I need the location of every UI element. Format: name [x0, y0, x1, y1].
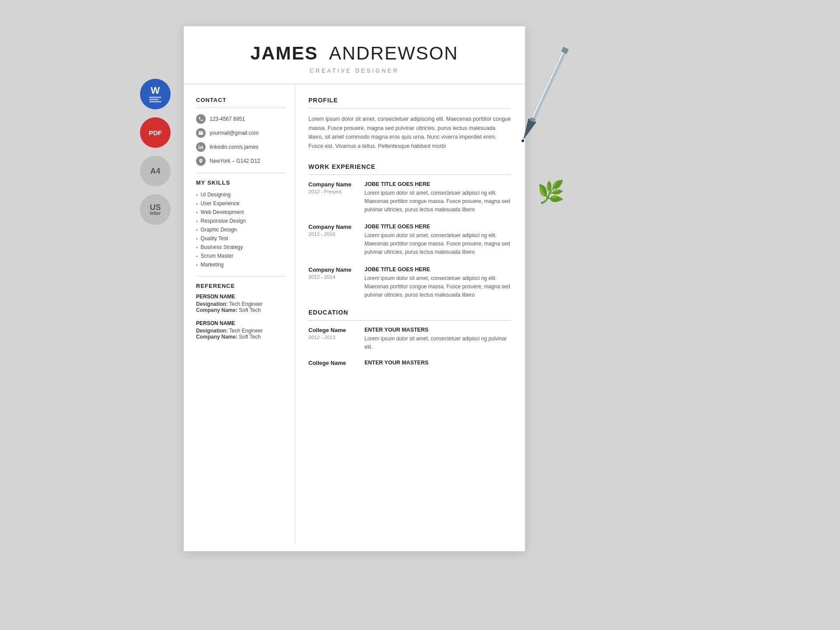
work-dates-2: 2012 - 2016 [308, 231, 357, 237]
left-icons: W PDF A4 US letter [140, 26, 171, 225]
a4-label: A4 [150, 167, 160, 176]
work-meta-2: Company Name 2012 - 2016 [308, 224, 357, 257]
reference-2-company: Company Name: Soft Tech [196, 334, 285, 340]
work-company-2: Company Name [308, 224, 357, 230]
skills-top-divider [196, 173, 285, 173]
work-meta-1: Company Name 2012 - Present [308, 181, 357, 214]
reference-1: PERSON NAME Designation: Tech Engineer C… [196, 294, 285, 313]
skills-list: UI Designing User Experience Web Develop… [196, 190, 285, 269]
linkedin-value: linkedin.com/s.james [210, 144, 258, 150]
reference-1-company: Company Name: Soft Tech [196, 307, 285, 313]
first-name: JAMES [250, 43, 318, 63]
profile-text: Lorem ipsum dolor sit amet, consectetuer… [308, 115, 511, 151]
reference-1-designation: Designation: Tech Engineer [196, 301, 285, 307]
resume-header: JAMES ANDREWSON CREATIVE DESIGNER [184, 26, 525, 84]
edu-entry-1: College Name 2012 - 2013 ENTER YOUR MAST… [308, 327, 511, 351]
reference-2-designation: Designation: Tech Engineer [196, 328, 285, 334]
edu-school-2: College Name [308, 360, 357, 366]
work-divider [308, 175, 511, 175]
work-company-1: Company Name [308, 181, 357, 188]
work-jobtitle-3: JOBE TITLE GOES HERE [364, 266, 511, 273]
work-entry-3: Company Name 2012 - 2014 JOBE TITLE GOES… [308, 266, 511, 300]
work-company-3: Company Name [308, 266, 357, 273]
reference-2-name: PERSON NAME [196, 320, 285, 326]
candidate-title: CREATIVE DESIGNER [201, 67, 508, 74]
contact-section-title: CONTACT [196, 97, 285, 103]
us-label: US [150, 203, 161, 211]
work-content-2: JOBE TITLE GOES HERE Lorem ipsum dolor s… [364, 224, 511, 257]
resume-left-column: CONTACT 123-4567 8951 yourmail@gmail.com [184, 84, 295, 544]
svg-rect-2 [531, 49, 565, 119]
work-desc-1: Lorem ipsum dolor sit amet, consectetuer… [364, 189, 511, 214]
candidate-name: JAMES ANDREWSON [201, 43, 508, 64]
education-divider [308, 320, 511, 321]
work-desc-2: Lorem ipsum dolor sit amet, consectetuer… [364, 231, 511, 257]
contact-location: NewYork – G142 D12 [196, 156, 285, 166]
edu-content-1: ENTER YOUR MASTERS Lorem ipsum dolor sit… [364, 327, 511, 351]
contact-phone: 123-4567 8951 [196, 114, 285, 124]
work-dates-1: 2012 - Present [308, 189, 357, 194]
reference-2: PERSON NAME Designation: Tech Engineer C… [196, 320, 285, 340]
reference-1-name: PERSON NAME [196, 294, 285, 300]
email-icon [196, 128, 206, 138]
skill-item: Marketing [196, 260, 285, 269]
profile-section-title: PROFILE [308, 97, 511, 104]
contact-divider [196, 108, 285, 108]
work-entry-1: Company Name 2012 - Present JOBE TITLE G… [308, 181, 511, 214]
contact-linkedin: linkedin.com/s.james [196, 142, 285, 152]
word-icon-label: W [151, 86, 160, 95]
last-name: ANDREWSON [329, 43, 458, 63]
svg-point-0 [199, 145, 200, 146]
edu-degree-2: ENTER YOUR MASTERS [364, 360, 428, 366]
resume-right-column: PROFILE Lorem ipsum dolor sit amet, cons… [295, 84, 525, 544]
skill-item: Quality Test [196, 234, 285, 243]
education-section-title: EDUCATION [308, 309, 511, 316]
location-value: NewYork – G142 D12 [210, 158, 260, 164]
word-icon[interactable]: W [140, 79, 171, 109]
edu-degree-1: ENTER YOUR MASTERS [364, 327, 511, 333]
pen-decoration [518, 39, 567, 161]
edu-meta-1: College Name 2012 - 2013 [308, 327, 357, 351]
work-section-title: WORK EXPERIENCE [308, 163, 511, 170]
skill-item: Business Strategy [196, 243, 285, 252]
skill-item: UI Designing [196, 190, 285, 199]
work-entry-2: Company Name 2012 - 2016 JOBE TITLE GOES… [308, 224, 511, 257]
skill-item: Responsive Design [196, 217, 285, 225]
work-meta-3: Company Name 2012 - 2014 [308, 266, 357, 300]
pdf-icon[interactable]: PDF [140, 117, 171, 148]
linkedin-icon [196, 142, 206, 152]
plant-decoration: 🌿 [537, 179, 564, 205]
edu-desc-1: Lorem ipsum dolor sit amet, consectetuer… [364, 335, 511, 351]
work-jobtitle-2: JOBE TITLE GOES HERE [364, 224, 511, 230]
resume-document: JAMES ANDREWSON CREATIVE DESIGNER CONTAC… [184, 26, 525, 551]
location-icon [196, 156, 206, 166]
resume-body: CONTACT 123-4567 8951 yourmail@gmail.com [184, 84, 525, 544]
us-sub-label: letter [150, 211, 161, 216]
skill-item: Graphic Design [196, 225, 285, 234]
skill-item: User Experience [196, 199, 285, 208]
skills-section-title: MY SKILLS [196, 179, 285, 186]
pdf-icon-label: PDF [149, 129, 162, 136]
us-letter-icon[interactable]: US letter [140, 194, 171, 225]
edu-meta-2: College Name [308, 360, 357, 368]
work-dates-3: 2012 - 2014 [308, 274, 357, 280]
skill-item: Web Development [196, 208, 285, 217]
phone-value: 123-4567 8951 [210, 116, 245, 122]
email-value: yourmail@gmail.com [210, 130, 259, 136]
reference-top-divider [196, 276, 285, 276]
work-content-1: JOBE TITLE GOES HERE Lorem ipsum dolor s… [364, 181, 511, 214]
work-jobtitle-1: JOBE TITLE GOES HERE [364, 181, 511, 187]
page-wrapper: W PDF A4 US letter JAMES [140, 26, 700, 551]
right-decoration: 🌿 [534, 39, 551, 161]
edu-content-2: ENTER YOUR MASTERS [364, 360, 428, 368]
phone-icon [196, 114, 206, 124]
contact-email: yourmail@gmail.com [196, 128, 285, 138]
edu-entry-2: College Name ENTER YOUR MASTERS [308, 360, 511, 368]
a4-icon[interactable]: A4 [140, 156, 171, 186]
edu-dates-1: 2012 - 2013 [308, 335, 357, 340]
work-desc-3: Lorem ipsum dolor sit amet, consectetuer… [364, 274, 511, 300]
edu-school-1: College Name [308, 327, 357, 333]
work-content-3: JOBE TITLE GOES HERE Lorem ipsum dolor s… [364, 266, 511, 300]
reference-section-title: REFERENCE [196, 283, 285, 289]
profile-divider [308, 108, 511, 108]
